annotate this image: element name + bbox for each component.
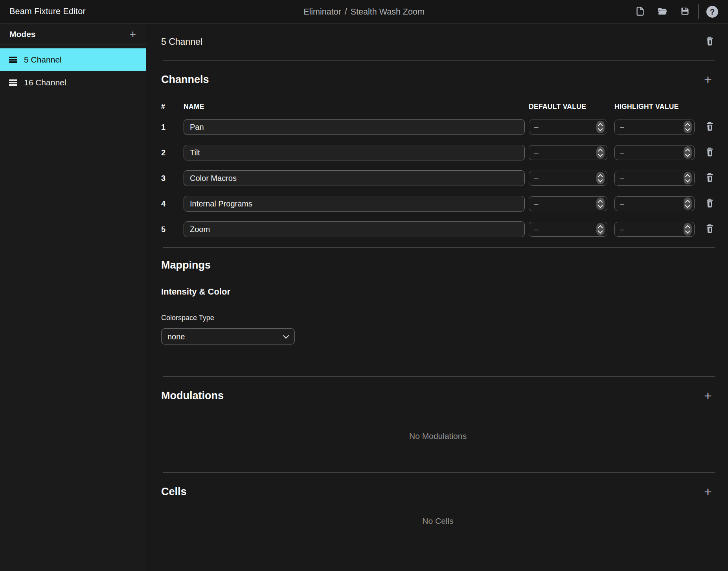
intensity-color-subheading: Intensity & Color	[161, 286, 715, 297]
stepper-down-icon[interactable]	[685, 178, 690, 182]
table-rows-icon	[9, 57, 17, 63]
sidebar-item-16-channel[interactable]: 16 Channel	[0, 71, 146, 94]
main-content: 5 Channel Channels + # NAME DEFAULT VALU…	[147, 24, 728, 571]
mode-title-row: 5 Channel	[161, 35, 715, 48]
default-value-text: –	[534, 148, 539, 157]
default-value-input[interactable]: –	[529, 222, 607, 237]
stepper-down-icon[interactable]	[598, 152, 603, 157]
open-folder-icon	[656, 6, 668, 18]
highlight-value-input[interactable]: –	[614, 196, 695, 211]
add-channel-button[interactable]: +	[701, 73, 715, 86]
highlight-value-text: –	[620, 225, 624, 234]
stepper-down-icon[interactable]	[685, 127, 690, 131]
column-number: #	[161, 103, 184, 111]
trash-icon	[705, 172, 715, 184]
stepper-down-icon[interactable]	[598, 178, 603, 182]
delete-channel-button[interactable]	[705, 223, 715, 235]
stepper-down-icon[interactable]	[685, 152, 690, 157]
value-stepper[interactable]	[684, 197, 692, 210]
stepper-down-icon[interactable]	[598, 229, 603, 234]
default-value-input[interactable]: –	[529, 171, 607, 186]
highlight-value-input[interactable]: –	[614, 120, 695, 134]
divider	[163, 247, 715, 248]
channel-number: 5	[161, 225, 184, 234]
divider	[163, 472, 715, 473]
value-stepper[interactable]	[684, 172, 692, 184]
open-file-button[interactable]	[656, 6, 669, 18]
highlight-value-text: –	[620, 174, 624, 182]
divider	[163, 376, 715, 377]
add-cell-button[interactable]: +	[701, 485, 715, 498]
cells-section: Cells + No Cells	[161, 484, 715, 526]
breadcrumb: Eliminator / Stealth Wash Zoom	[303, 0, 425, 24]
cells-heading: Cells	[161, 484, 187, 499]
add-modulation-button[interactable]: +	[701, 389, 715, 402]
channel-number: 1	[161, 123, 184, 132]
stepper-down-icon[interactable]	[598, 203, 603, 208]
channel-row: 2 – –	[161, 145, 715, 160]
channel-row: 5 – –	[161, 221, 715, 237]
breadcrumb-separator: /	[345, 7, 347, 17]
channel-row: 1 – –	[161, 119, 715, 135]
sidebar: Modes + 5 Channel 16 Channel	[0, 24, 146, 571]
page-title: 5 Channel	[161, 37, 202, 47]
channel-name-input[interactable]	[184, 196, 525, 212]
divider	[163, 60, 715, 61]
default-value-input[interactable]: –	[529, 120, 607, 134]
channels-heading: Channels	[161, 72, 209, 87]
stepper-down-icon[interactable]	[598, 127, 603, 131]
default-value-input[interactable]: –	[529, 145, 607, 160]
stepper-down-icon[interactable]	[685, 203, 690, 208]
channel-name-input[interactable]	[184, 170, 525, 186]
delete-channel-button[interactable]	[705, 172, 715, 184]
new-file-button[interactable]	[634, 6, 646, 18]
value-stepper[interactable]	[684, 223, 692, 236]
cells-empty-state: No Cells	[161, 516, 715, 526]
modulations-heading: Modulations	[161, 389, 224, 403]
sidebar-item-5-channel[interactable]: 5 Channel	[0, 48, 146, 71]
highlight-value-input[interactable]: –	[614, 145, 695, 160]
value-stepper[interactable]	[684, 146, 692, 159]
new-document-icon	[635, 6, 645, 18]
channel-number: 2	[161, 148, 184, 157]
highlight-value-input[interactable]: –	[614, 222, 695, 237]
modulations-section: Modulations + No Modulations	[161, 389, 715, 441]
highlight-value-text: –	[620, 148, 624, 157]
channels-table-header: # NAME DEFAULT VALUE HIGHLIGHT VALUE	[161, 102, 715, 111]
colorspace-type-label: Colorspace Type	[161, 313, 715, 322]
delete-channel-button[interactable]	[705, 198, 715, 210]
default-value-text: –	[534, 174, 539, 182]
delete-channel-button[interactable]	[705, 121, 715, 133]
highlight-value-input[interactable]: –	[614, 171, 695, 186]
trash-icon	[705, 147, 715, 158]
sidebar-header: Modes +	[0, 24, 146, 45]
mode-item-label: 5 Channel	[24, 55, 62, 64]
default-value-text: –	[534, 199, 539, 208]
value-stepper[interactable]	[596, 146, 605, 159]
add-mode-button[interactable]: +	[126, 28, 140, 41]
value-stepper[interactable]	[684, 121, 692, 133]
stepper-down-icon[interactable]	[685, 229, 690, 234]
value-stepper[interactable]	[596, 172, 605, 184]
colorspace-select[interactable]: none	[161, 328, 295, 344]
value-stepper[interactable]	[596, 223, 605, 236]
channel-name-input[interactable]	[184, 145, 525, 160]
channel-name-input[interactable]	[184, 119, 525, 135]
save-button[interactable]	[678, 6, 691, 18]
value-stepper[interactable]	[596, 197, 605, 210]
help-button[interactable]: ?	[706, 6, 719, 18]
value-stepper[interactable]	[596, 121, 605, 133]
save-icon	[680, 6, 690, 18]
channel-row: 3 – –	[161, 170, 715, 186]
channels-table-body: 1 – –	[161, 119, 715, 237]
default-value-input[interactable]: –	[529, 196, 607, 211]
mode-item-label: 16 Channel	[24, 78, 66, 87]
highlight-value-text: –	[620, 123, 624, 131]
channel-name-input[interactable]	[184, 221, 525, 237]
delete-mode-button[interactable]	[705, 36, 715, 48]
table-rows-icon	[9, 79, 17, 86]
trash-icon	[705, 223, 715, 235]
mappings-heading: Mappings	[161, 258, 211, 272]
delete-channel-button[interactable]	[705, 147, 715, 158]
trash-icon	[705, 198, 715, 210]
